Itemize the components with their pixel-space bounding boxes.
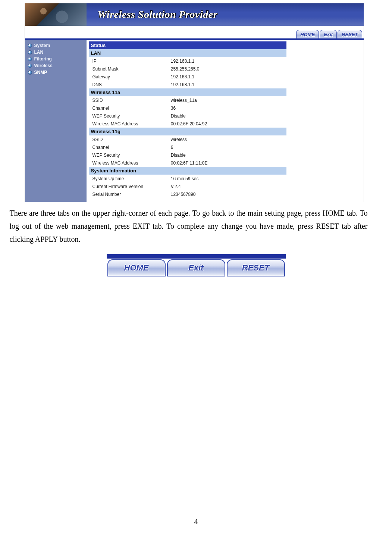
- row-value: wireless_11a: [169, 96, 286, 104]
- row-value: V.2.4: [169, 182, 286, 190]
- bullet-icon: [28, 71, 32, 75]
- router-admin-screenshot: Wireless Solution Provider HOME Exit RES…: [25, 3, 364, 202]
- row-value: 192.168.1.1: [169, 81, 286, 88]
- bullet-icon: [28, 50, 32, 54]
- row-label: WEP Security: [89, 151, 169, 159]
- row-value: wireless: [169, 135, 286, 143]
- exit-tab-big[interactable]: Exit: [167, 259, 225, 276]
- row-value: 1234567890: [169, 190, 286, 198]
- banner-title-text: Wireless Solution Provider: [98, 9, 218, 21]
- bullet-icon: [28, 57, 32, 61]
- reset-tab-big[interactable]: RESET: [227, 259, 285, 276]
- row-label: WEP Security: [89, 112, 169, 120]
- sidebar-item-lan[interactable]: LAN: [25, 49, 87, 56]
- sidebar-item-label: LAN: [34, 50, 44, 55]
- status-title: Status: [89, 41, 286, 49]
- row-value: 192.168.1.1: [169, 57, 286, 65]
- row-label: Channel: [89, 104, 169, 112]
- home-tab-big[interactable]: HOME: [107, 259, 166, 276]
- sidebar-item-label: SNMP: [34, 70, 47, 75]
- row-value: Disable: [169, 151, 286, 159]
- reset-tab[interactable]: RESET: [338, 30, 362, 38]
- section-header: LAN: [89, 49, 286, 57]
- sidebar-item-label: Filtering: [34, 56, 52, 62]
- row-label: Gateway: [89, 73, 169, 81]
- bullet-icon: [28, 44, 32, 48]
- section-header: Wireless 11a: [89, 88, 286, 96]
- row-value: 255.255.255.0: [169, 65, 286, 73]
- sidebar-item-label: System: [34, 43, 50, 48]
- banner: Wireless Solution Provider: [25, 3, 364, 26]
- row-label: System Up time: [89, 175, 169, 182]
- row-label: Serial Number: [89, 190, 169, 198]
- tabs-closeup-row: HOME Exit RESET: [107, 259, 286, 279]
- page-number: 4: [10, 517, 383, 537]
- row-label: Wireless MAC Address: [89, 159, 169, 167]
- banner-photo: [25, 3, 87, 26]
- row-value: 00:02:6F:20:04:92: [169, 120, 286, 128]
- bullet-icon: [28, 64, 32, 68]
- top-tab-row: HOME Exit RESET: [25, 26, 364, 40]
- sidebar-item-filtering[interactable]: Filtering: [25, 56, 87, 62]
- sidebar-item-wireless[interactable]: Wireless: [25, 62, 87, 69]
- status-table: Status LAN IP192.168.1.1 Subnet Mask255.…: [89, 41, 286, 198]
- banner-title: Wireless Solution Provider: [87, 3, 364, 26]
- row-label: Subnet Mask: [89, 65, 169, 73]
- sidebar-item-snmp[interactable]: SNMP: [25, 69, 87, 76]
- row-label: Channel: [89, 143, 169, 151]
- row-value: Disable: [169, 112, 286, 120]
- body-paragraph: There are three tabs on the upper right-…: [10, 207, 368, 246]
- row-value: 16 min 59 sec: [169, 175, 286, 182]
- row-value: 36: [169, 104, 286, 112]
- section-header: System Information: [89, 167, 286, 175]
- row-label: SSID: [89, 96, 169, 104]
- row-value: 00:02:6F:11:11:0E: [169, 159, 286, 167]
- tabs-closeup-bar: [107, 254, 286, 259]
- row-label: SSID: [89, 135, 169, 143]
- sidebar-item-system[interactable]: System: [25, 42, 87, 49]
- section-header: Wireless 11g: [89, 128, 286, 135]
- exit-tab[interactable]: Exit: [320, 30, 337, 38]
- row-label: IP: [89, 57, 169, 65]
- row-label: DNS: [89, 81, 169, 88]
- tabs-closeup-screenshot: HOME Exit RESET: [107, 254, 286, 279]
- sidebar-item-label: Wireless: [34, 63, 53, 68]
- row-label: Wireless MAC Address: [89, 120, 169, 128]
- row-value: 6: [169, 143, 286, 151]
- sidebar: System LAN Filtering Wireless SNMP: [25, 40, 87, 202]
- row-label: Current Firmware Version: [89, 182, 169, 190]
- content-area: System LAN Filtering Wireless SNMP: [25, 40, 364, 202]
- main-panel: Status LAN IP192.168.1.1 Subnet Mask255.…: [87, 40, 364, 202]
- home-tab[interactable]: HOME: [296, 30, 319, 38]
- row-value: 192.168.1.1: [169, 73, 286, 81]
